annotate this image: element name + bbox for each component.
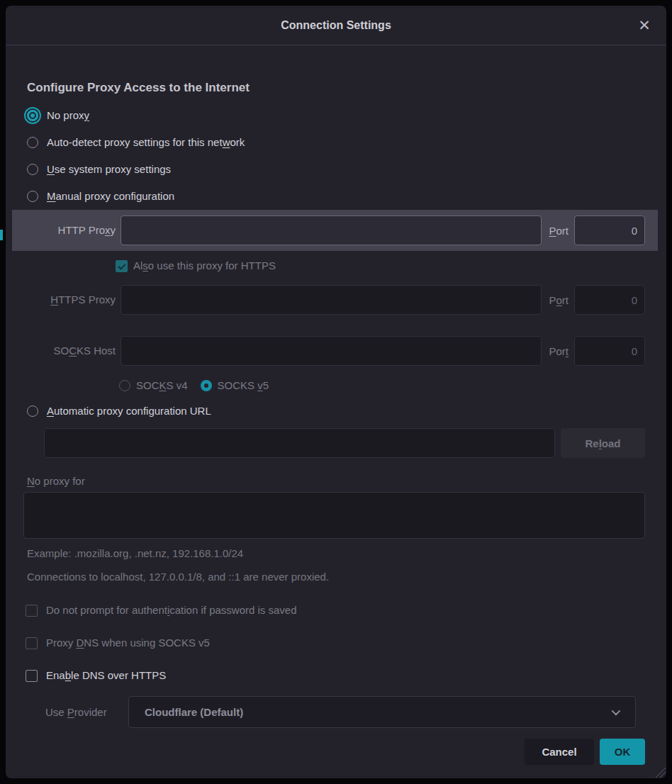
checkbox-no-prompt-auth[interactable] bbox=[26, 605, 38, 617]
http-proxy-row: HTTP Proxy Port bbox=[12, 210, 658, 251]
socks-host-input[interactable] bbox=[121, 336, 542, 366]
socks-v4-item: SOCKS v4 bbox=[119, 379, 188, 393]
option-row-auto-detect: Auto-detect proxy settings for this netw… bbox=[21, 129, 645, 156]
hint-localhost: Connections to localhost, 127.0.0.1/8, a… bbox=[27, 571, 645, 583]
checkbox-row-no-prompt: Do not prompt for authentication if pass… bbox=[26, 603, 645, 618]
socks-host-label: SOCKS Host bbox=[21, 345, 116, 358]
no-prompt-auth-label: Do not prompt for authentication if pass… bbox=[46, 604, 297, 617]
socks-v4-label: SOCKS v4 bbox=[136, 379, 188, 393]
chevron-down-icon bbox=[612, 707, 621, 716]
radio-auto-config[interactable] bbox=[27, 405, 38, 417]
radio-auto-detect[interactable] bbox=[27, 137, 38, 148]
dialog-content: Configure Proxy Access to the Internet N… bbox=[6, 45, 666, 778]
checkbox-proxy-dns[interactable] bbox=[26, 637, 38, 649]
cancel-button[interactable]: Cancel bbox=[525, 739, 594, 765]
option-row-manual-proxy: Manual proxy configuration bbox=[21, 183, 645, 210]
socks-v5-item: SOCKS v5 bbox=[201, 379, 269, 393]
dialog-titlebar: Connection Settings ✕ bbox=[6, 6, 666, 45]
connection-settings-dialog: Connection Settings ✕ Configure Proxy Ac… bbox=[6, 6, 666, 778]
provider-selected-value: Cloudflare (Default) bbox=[145, 706, 243, 718]
checkbox-row-proxy-dns: Proxy DNS when using SOCKS v5 bbox=[26, 635, 645, 651]
dialog-title: Connection Settings bbox=[281, 19, 391, 32]
no-proxy-for-textarea[interactable] bbox=[23, 492, 645, 539]
https-port-label: Port bbox=[549, 294, 569, 306]
provider-row: Use Provider Cloudflare (Default) bbox=[21, 696, 645, 728]
socks-version-row: SOCKS v4 SOCKS v5 bbox=[119, 377, 645, 394]
option-row-system-proxy: Use system proxy settings bbox=[21, 156, 645, 183]
option-label-system-proxy: Use system proxy settings bbox=[47, 163, 171, 177]
checkbox-dns-over-https[interactable] bbox=[26, 670, 38, 682]
checkbox-also-https[interactable] bbox=[116, 260, 128, 272]
option-row-no-proxy: No proxy bbox=[21, 102, 645, 129]
option-label-manual-proxy: Manual proxy configuration bbox=[47, 190, 174, 203]
http-proxy-input[interactable] bbox=[121, 215, 542, 245]
auto-config-url-row: Reload bbox=[44, 428, 645, 458]
radio-no-proxy[interactable] bbox=[27, 110, 38, 121]
option-label-auto-detect: Auto-detect proxy settings for this netw… bbox=[47, 136, 245, 150]
no-proxy-for-label: No proxy for bbox=[27, 475, 645, 487]
https-proxy-row: HTTPS Proxy Port bbox=[21, 285, 645, 315]
reload-button[interactable]: Reload bbox=[561, 428, 645, 458]
proxy-dns-label: Proxy DNS when using SOCKS v5 bbox=[46, 637, 210, 650]
use-provider-label: Use Provider bbox=[45, 706, 120, 718]
also-https-row: Also use this proxy for HTTPS bbox=[116, 257, 645, 275]
http-port-label: Port bbox=[549, 225, 569, 237]
page-title: Configure Proxy Access to the Internet bbox=[27, 81, 645, 95]
radio-manual-proxy[interactable] bbox=[27, 191, 38, 202]
socks-port-label: Port bbox=[549, 345, 569, 357]
https-proxy-input[interactable] bbox=[121, 285, 542, 315]
auto-config-url-input[interactable] bbox=[44, 428, 555, 458]
radio-socks-v4[interactable] bbox=[119, 380, 130, 391]
background-artifact bbox=[0, 230, 3, 240]
socks-v5-label: SOCKS v5 bbox=[218, 379, 269, 393]
ok-button[interactable]: OK bbox=[600, 739, 645, 765]
also-https-label: Also use this proxy for HTTPS bbox=[133, 259, 276, 273]
dialog-footer: Cancel OK bbox=[21, 739, 645, 765]
dns-over-https-label: Enable DNS over HTTPS bbox=[46, 669, 166, 683]
close-button[interactable]: ✕ bbox=[634, 15, 655, 36]
auto-config-label: Automatic proxy configuration URL bbox=[47, 405, 211, 418]
checkbox-row-dns-over-https: Enable DNS over HTTPS bbox=[26, 668, 645, 683]
hint-example: Example: .mozilla.org, .net.nz, 192.168.… bbox=[27, 547, 645, 559]
https-proxy-label: HTTPS Proxy bbox=[21, 293, 116, 307]
provider-dropdown[interactable]: Cloudflare (Default) bbox=[128, 696, 636, 728]
radio-socks-v5[interactable] bbox=[201, 380, 212, 391]
socks-host-row: SOCKS Host Port bbox=[21, 336, 645, 366]
https-port-input[interactable] bbox=[574, 285, 645, 315]
http-proxy-label: HTTP Proxy bbox=[21, 224, 116, 237]
http-port-input[interactable] bbox=[574, 215, 645, 245]
socks-port-input[interactable] bbox=[574, 336, 645, 366]
option-row-auto-config: Automatic proxy configuration URL bbox=[21, 401, 645, 421]
radio-system-proxy[interactable] bbox=[27, 164, 38, 175]
close-icon: ✕ bbox=[638, 17, 651, 34]
option-label-no-proxy: No proxy bbox=[47, 109, 89, 123]
